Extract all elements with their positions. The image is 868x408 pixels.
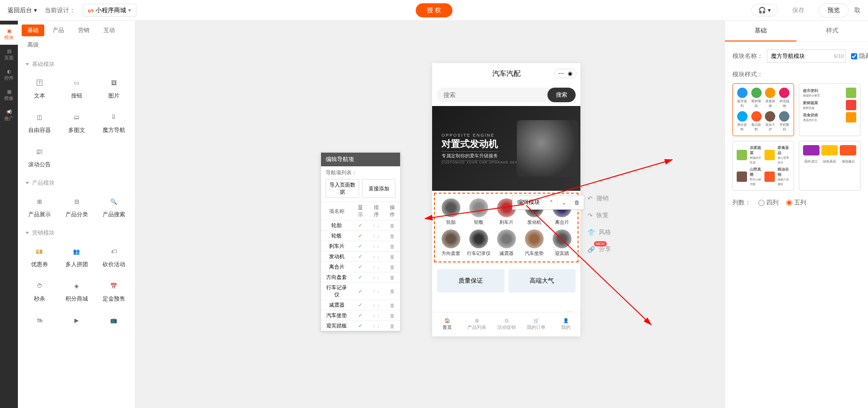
move-down-icon[interactable]: ↓ xyxy=(376,254,380,260)
move-up-icon[interactable]: ↑ xyxy=(372,289,376,294)
move-down-icon[interactable]: ↓ xyxy=(376,265,380,270)
tabbar-mine[interactable]: 👤我的 xyxy=(551,312,580,336)
style-card-3[interactable]: 农家蔬菜精选好手艺源 家禽蛋品放心营养来自 山野真菌野生山鲜生醇 粮油谷物绿粮八… xyxy=(732,141,794,191)
move-down-icon[interactable]: ↓ xyxy=(376,275,380,280)
move-up-icon[interactable]: ↑ xyxy=(372,324,376,329)
tab-interact[interactable]: 互动 xyxy=(98,24,121,36)
nav-item[interactable]: 轮胎 xyxy=(437,198,465,226)
import-data-button[interactable]: 导入页面数据 xyxy=(326,179,359,198)
tab-basic[interactable]: 基础 xyxy=(22,24,44,36)
trash-icon[interactable]: 🗑 xyxy=(390,302,395,308)
mod-text[interactable]: 🅃文本 xyxy=(22,72,57,105)
check-icon[interactable]: ✓ xyxy=(358,312,362,318)
check-icon[interactable]: ✓ xyxy=(358,233,362,238)
move-up-icon[interactable]: ↑ xyxy=(372,244,376,249)
radio-5col[interactable]: 五列 xyxy=(786,198,806,207)
rail-pages[interactable]: ▤页面 xyxy=(0,45,18,65)
hide-checkbox[interactable]: 隐藏 xyxy=(851,52,868,60)
move-down-icon[interactable]: ↓ xyxy=(376,244,380,249)
nav-item[interactable]: 轮毂 xyxy=(465,198,492,226)
radio-4col[interactable]: 四列 xyxy=(758,198,779,207)
mod-extra1[interactable]: 🛍 xyxy=(22,310,57,334)
move-up-icon[interactable]: ↑ xyxy=(372,254,376,260)
move-up-icon[interactable]: ↑ xyxy=(372,223,376,228)
props-tab-style[interactable]: 样式 xyxy=(796,21,868,41)
float-phone-icon[interactable]: 📞 xyxy=(563,311,577,312)
mod-bargain[interactable]: 🏷砍价活动 xyxy=(96,241,131,273)
authorize-button[interactable]: 授 权 xyxy=(416,3,452,17)
check-icon[interactable]: ✓ xyxy=(358,323,362,328)
canvas[interactable]: 编辑导航项 导航项列表： 导入页面数据 直接添加 项名称 显示 排序 操作 轮胎… xyxy=(136,21,724,408)
save-button[interactable]: 保存 xyxy=(784,4,813,17)
move-up-icon[interactable]: ↑ xyxy=(372,234,376,239)
mod-extra2[interactable]: ▶ xyxy=(59,310,94,334)
style-card-1[interactable]: 超市便利 新鲜果蔬 美食烘焙 鲜花植物 酒水饮料 食品饮料 美妆个护 手机数码 xyxy=(732,83,794,136)
check-icon[interactable]: ✓ xyxy=(358,274,362,280)
tab-advanced[interactable]: 高级 xyxy=(22,39,44,51)
mod-coupon[interactable]: 💴优惠券 xyxy=(22,241,57,273)
design-selector[interactable]: ᔕ 小程序商城 ▾ xyxy=(83,4,137,17)
trash-icon[interactable]: 🗑 xyxy=(390,233,395,239)
move-up-icon[interactable]: ↑ xyxy=(372,313,376,318)
nav-item[interactable]: 汽车坐垫 xyxy=(520,229,548,257)
trash-icon[interactable]: 🗑 xyxy=(390,264,395,270)
mod-product-display[interactable]: ⊞产品展示 xyxy=(22,191,57,223)
section-product-title[interactable]: 产品模块 xyxy=(22,173,131,191)
nav-item[interactable]: 迎宾踏 xyxy=(548,229,576,257)
rail-controls[interactable]: ◐控件 xyxy=(0,65,18,85)
redo-button[interactable]: ↷恢复 xyxy=(587,211,611,220)
mod-freecontainer[interactable]: ◫自由容器 xyxy=(22,106,57,139)
check-icon[interactable]: ✓ xyxy=(358,302,362,308)
mod-product-category[interactable]: ⊟产品分类 xyxy=(59,191,94,223)
tab-product[interactable]: 产品 xyxy=(47,24,70,36)
headset-button[interactable]: 🎧 ▾ xyxy=(751,4,778,16)
mod-image[interactable]: 🖼图片 xyxy=(96,72,131,105)
phone-banner[interactable]: OPPOSITE ENGINE 对置式发动机 专属定制你的爱车升级服务 CUST… xyxy=(432,106,580,191)
mod-deposit[interactable]: 📅定金预售 xyxy=(96,275,131,308)
quality-card-2[interactable]: 高端大气 xyxy=(508,269,576,293)
move-down-icon[interactable]: ↓ xyxy=(376,324,380,329)
check-icon[interactable]: ✓ xyxy=(358,264,362,269)
check-icon[interactable]: ✓ xyxy=(358,243,362,249)
phone-search-button[interactable]: 搜索 xyxy=(547,88,576,102)
check-icon[interactable]: ✓ xyxy=(358,222,362,228)
nav-item[interactable]: 减震器 xyxy=(492,229,520,257)
trash-icon[interactable]: 🗑 xyxy=(390,254,395,260)
mod-extra3[interactable]: 📺 xyxy=(96,310,131,334)
move-down-icon[interactable]: ↓ xyxy=(376,303,380,308)
trash-icon[interactable]: 🗑 xyxy=(390,275,395,280)
style-card-2[interactable]: 超市便利随逛时令帮买 新鲜蔬菜新鲜优选 美食烘焙诱惑挡不住 xyxy=(799,83,860,136)
tab-marketing[interactable]: 营销 xyxy=(72,24,95,36)
phone-search-input[interactable] xyxy=(437,88,547,102)
section-marketing-title[interactable]: 营销模块 xyxy=(22,223,131,241)
move-down-icon[interactable]: ↓ xyxy=(376,313,380,318)
mod-groupbuy[interactable]: 👥多人拼团 xyxy=(59,241,94,273)
move-down-icon[interactable]: ↓ xyxy=(376,223,380,228)
tabbar-home[interactable]: 🏠首页 xyxy=(432,312,462,336)
check-icon[interactable]: ✓ xyxy=(358,288,362,294)
mod-points[interactable]: ◈积分商城 xyxy=(59,275,94,308)
trash-icon[interactable]: 🗑 xyxy=(390,288,395,294)
cancel-button[interactable]: 取 xyxy=(854,6,860,15)
delete-icon[interactable]: 🗑 xyxy=(570,196,584,209)
move-down-icon[interactable]: ↓ xyxy=(376,234,380,239)
undo-button[interactable]: ↶撤销 xyxy=(587,194,611,203)
mod-magicnav[interactable]: ⠿魔方导航 xyxy=(96,106,131,139)
nav-item[interactable]: 方向盘套 xyxy=(437,229,465,257)
mod-flash[interactable]: ⏱秒杀 xyxy=(22,275,57,308)
share-button[interactable]: NEW🔗分享 xyxy=(587,245,611,253)
edit-module-label[interactable]: 编辑模块 xyxy=(513,196,545,209)
move-down-icon[interactable]: ↓ xyxy=(376,289,380,294)
trash-icon[interactable]: 🗑 xyxy=(390,313,395,318)
direct-add-button[interactable]: 直接添加 xyxy=(362,179,395,198)
section-basic-title[interactable]: 基础模块 xyxy=(22,55,131,72)
move-up-icon[interactable]: ↑ xyxy=(372,303,376,308)
check-icon[interactable]: ✓ xyxy=(358,253,362,259)
style-button[interactable]: 👕风格 xyxy=(587,228,611,237)
mod-button[interactable]: ▭按钮 xyxy=(59,72,94,105)
style-card-4[interactable]: 国外进口绿色果蔬潮流爆品 xyxy=(799,141,860,191)
mod-marquee[interactable]: 📰滚动公告 xyxy=(22,141,57,173)
mod-multiimage[interactable]: 🗂多图文 xyxy=(59,106,94,139)
preview-button[interactable]: 预览 xyxy=(819,3,849,17)
move-up-icon[interactable]: ↑ xyxy=(372,275,376,280)
